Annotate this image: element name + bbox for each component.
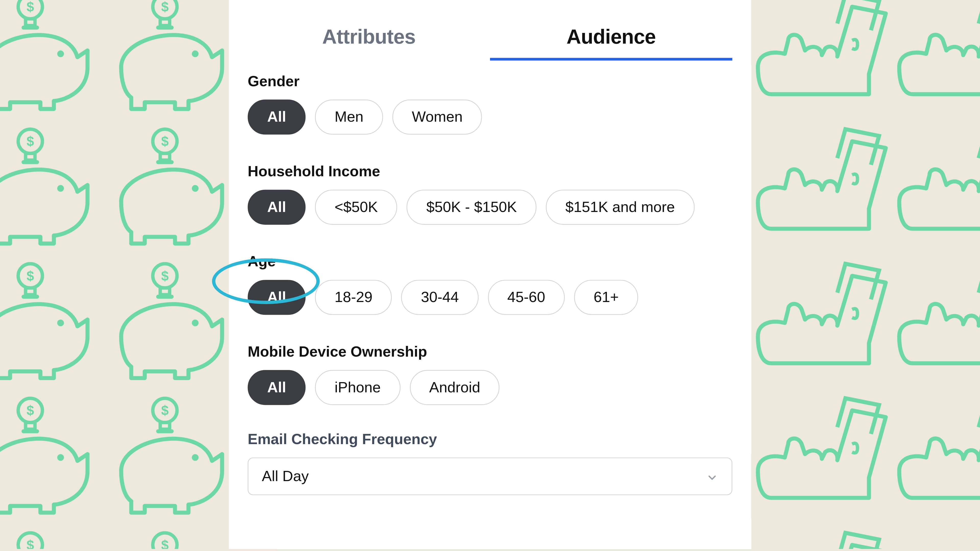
section-email-frequency: Email Checking Frequency All Day: [248, 430, 732, 495]
email-frequency-value: All Day: [262, 468, 309, 485]
tab-attributes[interactable]: Attributes: [248, 25, 490, 60]
income-label: Household Income: [248, 163, 732, 180]
section-income: Household Income All <$50K $50K - $150K …: [248, 163, 732, 225]
tab-audience[interactable]: Audience: [490, 25, 732, 60]
gender-option-all[interactable]: All: [248, 100, 306, 135]
gender-option-men[interactable]: Men: [315, 100, 383, 135]
chevron-down-icon: [706, 470, 718, 483]
income-option-151k-more[interactable]: $151K and more: [546, 190, 694, 225]
audience-filter-panel: Attributes Audience Gender All Men Women…: [229, 0, 751, 549]
age-option-all[interactable]: All: [248, 280, 306, 315]
gender-option-women[interactable]: Women: [392, 100, 482, 135]
email-frequency-label: Email Checking Frequency: [248, 430, 732, 448]
age-label: Age: [248, 253, 732, 271]
age-option-30-44[interactable]: 30-44: [401, 280, 478, 315]
age-option-45-60[interactable]: 45-60: [488, 280, 565, 315]
section-gender: Gender All Men Women: [248, 73, 732, 135]
gender-label: Gender: [248, 73, 732, 90]
device-option-android[interactable]: Android: [410, 370, 500, 405]
age-option-18-29[interactable]: 18-29: [315, 280, 392, 315]
income-option-all[interactable]: All: [248, 190, 306, 225]
gender-options: All Men Women: [248, 100, 732, 135]
tab-bar: Attributes Audience: [248, 0, 732, 60]
age-option-61plus[interactable]: 61+: [574, 280, 638, 315]
income-options: All <$50K $50K - $150K $151K and more: [248, 190, 732, 225]
section-age: Age All 18-29 30-44 45-60 61+: [248, 253, 732, 315]
device-label: Mobile Device Ownership: [248, 343, 732, 361]
income-option-under50k[interactable]: <$50K: [315, 190, 397, 225]
device-options: All iPhone Android: [248, 370, 732, 405]
income-option-50k-150k[interactable]: $50K - $150K: [407, 190, 536, 225]
device-option-all[interactable]: All: [248, 370, 306, 405]
device-option-iphone[interactable]: iPhone: [315, 370, 401, 405]
section-device: Mobile Device Ownership All iPhone Andro…: [248, 343, 732, 405]
email-frequency-select[interactable]: All Day: [248, 457, 732, 495]
age-options: All 18-29 30-44 45-60 61+: [248, 280, 732, 315]
